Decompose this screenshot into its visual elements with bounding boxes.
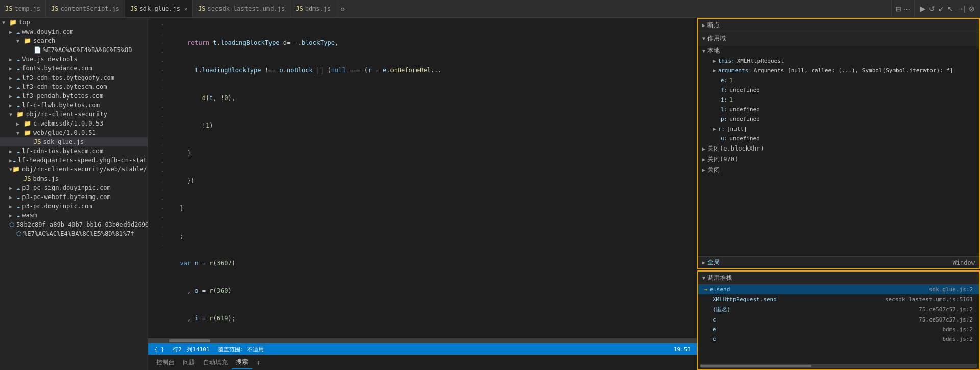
file-ref: sdk-glue.js:2 (929, 286, 973, 293)
folder-icon2: 📁 (23, 37, 31, 44)
coverage-status: 覆盖范围: 不适用 (218, 346, 264, 353)
tree-item-uuid1[interactable]: ⬡ 58b2c89f-a89b-40b7-bb16-03b0ed9d2696 (0, 220, 148, 229)
file-js-icon: JS (34, 138, 41, 145)
call-stack-arrow: ▼ (702, 275, 705, 281)
more-tabs-button[interactable]: » (336, 0, 349, 17)
scope-row-i: i: 1 (708, 95, 979, 105)
tab-problems[interactable]: 问题 (179, 356, 199, 369)
fn-name6: e (713, 336, 942, 342)
cloud-icon: ☁ (16, 28, 20, 35)
tree-item-vue[interactable]: ▶ ☁ Vue.js devtools (0, 55, 148, 64)
tree-item-pendah[interactable]: ▶ ☁ lf3-pendah.bytetos.com (0, 91, 148, 101)
scope-row-r[interactable]: ▶ r: [null] (708, 124, 979, 134)
call-stack-row-esend[interactable]: → e.send sdk-glue.js:2 (698, 285, 979, 294)
scope-closure3-header[interactable]: ▶ 关闭 (698, 165, 979, 176)
tree-item-flwb[interactable]: ▶ ☁ lf-c-flwb.bytetos.com (0, 101, 148, 110)
tab-temp-js[interactable]: JS temp.js (0, 0, 46, 17)
tab-content-script-js[interactable]: JS contentScript.js (46, 0, 125, 17)
tree-item-lfcdn[interactable]: ▶ ☁ lf-cdn-tos.bytescm.com (0, 146, 148, 156)
call-stack-scroll[interactable]: → e.send sdk-glue.js:2 XMLHttpRequest.se… (698, 285, 979, 363)
fn-name2: XMLHttpRequest.send (713, 296, 885, 303)
active-indicator: → (704, 286, 708, 293)
scope-closure2-header[interactable]: ▶ 关闭(970) (698, 154, 979, 165)
code-scroll[interactable]: ----- ----- ----- ----- ----- return t.l… (148, 18, 697, 338)
tree-item-bdms[interactable]: JS bdms.js (0, 174, 148, 183)
scope-row-u: u: undefined (708, 134, 979, 143)
call-stack-row-anon[interactable]: (匿名) 75.ce507c57.js:2 (698, 304, 979, 315)
tree-item-sdk-glue[interactable]: JS sdk-glue.js (0, 137, 148, 146)
code-scrollbar-horizontal[interactable] (148, 338, 697, 343)
tree-item-p3weboff[interactable]: ▶ ☁ p3-pc-weboff.byteimg.com (0, 192, 148, 202)
tab-console[interactable]: 控制台 (152, 356, 179, 369)
step-over-button[interactable]: ↺ (929, 5, 935, 13)
file-tree-scroll[interactable]: ▼ 📁 top ▶ ☁ www.douyin.com ▼ 📁 search (0, 18, 148, 370)
tab-bdms-js[interactable]: JS bdms.js (290, 0, 336, 17)
bottom-panel-tabs: 控制台 问题 自动填充 搜索 + (148, 355, 697, 370)
scope-scroll[interactable]: ▼ 本地 ▶ this: XMLHttpRequest ▶ arguments: (698, 45, 979, 256)
tab-bar: JS temp.js JS contentScript.js JS sdk-gl… (0, 0, 891, 17)
tree-item-webglue[interactable]: ▼ 📁 web/glue/1.0.0.51 (0, 128, 148, 137)
add-panel-button[interactable]: + (252, 357, 264, 369)
tree-item-lfhq[interactable]: ▶ ☁ lf-headquarters-speed.yhgfb-cn-stati… (0, 156, 148, 165)
cloud-icon4: ☁ (16, 74, 20, 81)
call-stack-row-c[interactable]: c 75.ce507c57.js:2 (698, 315, 979, 325)
scope-header[interactable]: ▼ 作用域 (698, 32, 979, 45)
scope-row-arguments[interactable]: ▶ arguments: Arguments [null, callee: (.… (708, 66, 979, 76)
split-editor-button[interactable]: ⊟ (896, 5, 901, 13)
step-into-button[interactable]: ↙ (938, 5, 944, 13)
call-stack-scrollbar[interactable] (700, 364, 977, 368)
file-ref4: 75.ce507c57.js:2 (919, 316, 973, 323)
tree-item-p3sign[interactable]: ▶ ☁ p3-pc-sign.douyinpic.com (0, 183, 148, 192)
folder-icon6: 📁 (12, 166, 20, 173)
tree-item-encoded2[interactable]: ⬡ %E7%AC%AC%E4%BA%8C%E5%8D%81%7f (0, 229, 148, 238)
tree-item-search[interactable]: ▼ 📁 search (0, 36, 148, 45)
call-stack-row-xhr[interactable]: XMLHttpRequest.send secsdk-lastest.umd.j… (698, 294, 979, 304)
scope-row-p: p: undefined (708, 114, 979, 124)
call-stack-row-e2[interactable]: e bdms.js:2 (698, 334, 979, 344)
fn-name: e.send (710, 286, 929, 293)
special-icon2: ⬡ (16, 230, 21, 237)
folder-icon4: 📁 (23, 120, 31, 127)
scope-closure1-header[interactable]: ▶ 关闭(e.blockXhr) (698, 143, 979, 154)
step-out-button[interactable]: ↖ (947, 5, 953, 13)
scope-row-f: f: undefined (708, 85, 979, 95)
tab-search[interactable]: 搜索 (232, 356, 252, 369)
cloud-icon9: ☁ (12, 157, 16, 164)
tree-item-bytegoofy[interactable]: ▶ ☁ lf3-cdn-tos.bytegoofy.com (0, 73, 148, 82)
tree-item-p3pc[interactable]: ▶ ☁ p3-pc.douyinpic.com (0, 202, 148, 211)
tree-item-encoded-file[interactable]: 📄 %E7%AC%AC%E4%BA%8C%E5%8D (0, 45, 148, 55)
scope-panel: ▶ 断点 ▼ 作用域 ▼ 本地 ▶ (697, 18, 980, 269)
js-file-icon: JS (5, 5, 12, 12)
call-stack-header[interactable]: ▼ 调用堆栈 (698, 272, 979, 285)
scope-row-this[interactable]: ▶ this: XMLHttpRequest (708, 56, 979, 66)
resume-button[interactable]: ▶ (920, 4, 926, 13)
breakpoints-header[interactable]: ▶ 断点 (698, 19, 979, 32)
tree-item-wasm[interactable]: ▶ ☁ wasm (0, 211, 148, 220)
scope-local-header[interactable]: ▼ 本地 (698, 45, 979, 56)
global-row[interactable]: ▶ 全局 Window (698, 256, 979, 268)
close-icon[interactable]: ✕ (184, 6, 187, 12)
tree-item-webmssdk[interactable]: ▶ 📁 c-webmssdk/1.0.0.53 (0, 119, 148, 128)
local-label: 本地 (707, 46, 720, 55)
fn-name3: (匿名) (713, 306, 919, 313)
more-actions-button[interactable]: ⋯ (903, 5, 910, 13)
tree-item-stable[interactable]: ▼ 📁 obj/rc-client-security/web/stable/1.… (0, 165, 148, 174)
folder-icon3: 📁 (16, 111, 24, 118)
tree-item-fonts[interactable]: ▶ ☁ fonts.bytedance.com (0, 64, 148, 73)
scope-local-items: ▶ this: XMLHttpRequest ▶ arguments: Argu… (698, 56, 979, 143)
cloud-icon11: ☁ (16, 193, 20, 201)
tab-autocomplete[interactable]: 自动填充 (199, 356, 232, 369)
tree-item-bytescm[interactable]: ▶ ☁ lf3-cdn-tos.bytescm.com (0, 82, 148, 91)
step-continue-button[interactable]: →| (957, 5, 966, 13)
tree-item-douyin[interactable]: ▶ ☁ www.douyin.com (0, 27, 148, 36)
scope-title: 作用域 (707, 34, 726, 43)
scope-row-e: e: 1 (708, 76, 979, 85)
tab-secsdk-js[interactable]: JS secsdk-lastest.umd.js (193, 0, 290, 17)
tree-item-obj-rc[interactable]: ▼ 📁 obj/rc-client-security (0, 110, 148, 119)
call-stack-row-e1[interactable]: e bdms.js:2 (698, 325, 979, 334)
tab-sdk-glue-js[interactable]: JS sdk-glue.js ✕ (125, 0, 193, 17)
clock: 19:53 (674, 346, 691, 353)
tree-item-top[interactable]: ▼ 📁 top (0, 18, 148, 27)
debug-panels: ▶ 断点 ▼ 作用域 ▼ 本地 ▶ (697, 18, 980, 370)
deactivate-breakpoints-button[interactable]: ⊘ (969, 5, 975, 13)
